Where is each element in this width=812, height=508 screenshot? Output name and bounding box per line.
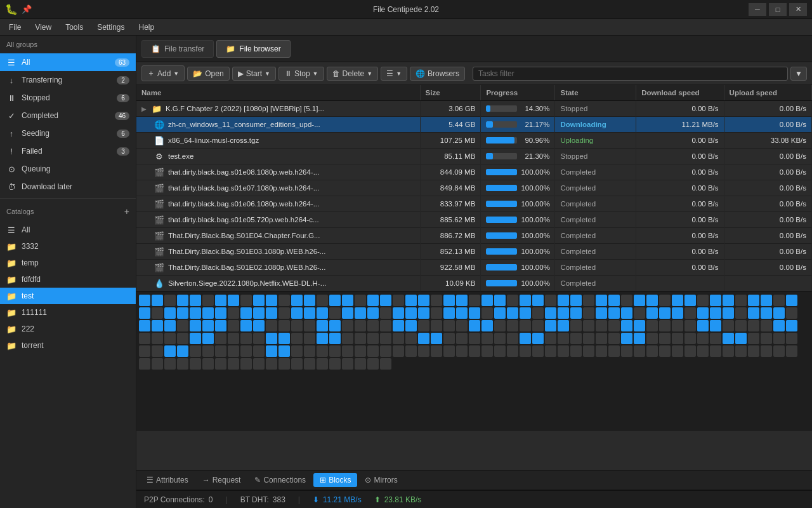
catalog-item-fdfdfd[interactable]: 📁 fdfdfd bbox=[0, 271, 136, 288]
stop-button[interactable]: ⏸ Stop ▼ bbox=[278, 67, 324, 81]
catalog-item-test[interactable]: 📁 test bbox=[0, 288, 136, 304]
close-button[interactable]: ✕ bbox=[789, 3, 807, 16]
progress-fill-8 bbox=[486, 217, 517, 223]
table-row[interactable]: 🌐 zh-cn_windows_11_consumer_editions_upd… bbox=[136, 117, 812, 133]
sidebar-item-failed[interactable]: ! Failed 3 bbox=[0, 142, 136, 160]
col-header-size[interactable]: Size bbox=[420, 85, 481, 101]
block bbox=[202, 358, 214, 370]
bottom-tab-mirrors[interactable]: ⊙ Mirrors bbox=[358, 473, 403, 487]
catalog-item-111111[interactable]: 📁 111111 bbox=[0, 304, 136, 321]
cell-state-10: Completed bbox=[555, 244, 636, 260]
block bbox=[291, 320, 303, 331]
open-button[interactable]: 📂 Open bbox=[187, 67, 229, 81]
cell-dlspeed-8: 0.00 B/s bbox=[636, 212, 724, 228]
bottom-tab-request[interactable]: → Request bbox=[196, 473, 247, 487]
maximize-button[interactable]: □ bbox=[769, 3, 787, 16]
catalog-item-222[interactable]: 📁 222 bbox=[0, 321, 136, 337]
catalog-item-temp[interactable]: 📁 temp bbox=[0, 255, 136, 271]
blocks-icon: ⊞ bbox=[320, 476, 326, 485]
block bbox=[558, 307, 569, 319]
catalog-label-temp: temp bbox=[22, 258, 39, 267]
tab-file-browser[interactable]: 📁 File browser bbox=[216, 40, 290, 58]
col-header-upload-speed[interactable]: Upload speed bbox=[724, 85, 811, 101]
block bbox=[405, 295, 417, 306]
delete-button[interactable]: 🗑 Delete ▼ bbox=[327, 67, 379, 81]
catalog-item-3332[interactable]: 📁 3332 bbox=[0, 238, 136, 255]
table-row[interactable]: 📄 x86_64-linux-musl-cross.tgz 107.25 MB … bbox=[136, 133, 812, 149]
browsers-button[interactable]: 🌐 Browsers bbox=[410, 67, 465, 81]
minimize-button[interactable]: ─ bbox=[749, 3, 766, 16]
table-row[interactable]: 🎬 that.dirty.black.bag.s01e06.1080p.web.… bbox=[136, 196, 812, 212]
menu-file[interactable]: File bbox=[3, 22, 27, 33]
block bbox=[494, 333, 506, 344]
expand-arrow[interactable]: ▶ bbox=[141, 105, 147, 112]
file-icon-3: 📄 bbox=[154, 135, 164, 145]
sidebar-item-download_later[interactable]: ⏱ Download later bbox=[0, 178, 136, 196]
block bbox=[355, 307, 366, 319]
block bbox=[545, 345, 556, 357]
col-header-download-speed[interactable]: Download speed bbox=[636, 85, 724, 101]
table-row[interactable]: 🎬 that.dirty.black.bag.s01e07.1080p.web.… bbox=[136, 180, 812, 196]
table-row[interactable]: 🎬 that.dirty.black.bag.s01e08.1080p.web.… bbox=[136, 164, 812, 180]
menu-button[interactable]: ☰ ▼ bbox=[381, 67, 407, 81]
catalog-label-3332: 3332 bbox=[22, 242, 39, 251]
bt-dht-label: BT DHT: bbox=[240, 495, 269, 504]
block bbox=[177, 320, 188, 331]
block bbox=[164, 333, 176, 344]
sidebar-item-seeding[interactable]: ↑ Seeding 6 bbox=[0, 124, 136, 142]
nav-icon-all: ☰ bbox=[6, 57, 16, 67]
menu-help[interactable]: Help bbox=[133, 22, 161, 33]
catalog-item-all[interactable]: ☰ All bbox=[0, 222, 136, 238]
block bbox=[621, 307, 632, 319]
sidebar-catalogs: ☰ All 📁 3332 📁 temp 📁 fdfdfd 📁 test 📁 11… bbox=[0, 222, 136, 354]
block bbox=[228, 345, 239, 357]
main-layout: All groups ☰ All 63 ↓ Transferring 2 ⏸ S… bbox=[0, 36, 812, 508]
table-row[interactable]: 🎬 That.Dirty.Black.Bag.S01E04.Chapter.Fo… bbox=[136, 228, 812, 244]
table-row[interactable]: ▶ 📁 K.G.F Chapter 2 (2022) [1080p] [WEBR… bbox=[136, 101, 812, 117]
sidebar-item-transferring[interactable]: ↓ Transferring 2 bbox=[0, 71, 136, 89]
col-header-progress[interactable]: Progress bbox=[481, 85, 555, 101]
table-row[interactable]: 💧 Silverton.Siege.2022.1080p.Netflix.WEB… bbox=[136, 276, 812, 291]
col-header-name[interactable]: Name bbox=[136, 85, 420, 101]
upload-speed-value: 23.81 KB/s bbox=[384, 495, 422, 504]
progress-fill-7 bbox=[486, 201, 517, 207]
menu-settings[interactable]: Settings bbox=[91, 22, 131, 33]
table-row[interactable]: 🎬 That.Dirty.Black.Bag.S01E02.1080p.WEB.… bbox=[136, 260, 812, 276]
block bbox=[304, 345, 315, 357]
menu-view[interactable]: View bbox=[29, 22, 58, 33]
block bbox=[596, 307, 607, 319]
block bbox=[735, 307, 747, 319]
block bbox=[405, 320, 417, 331]
table-row[interactable]: 🎬 that.dirty.black.bag.s01e05.720p.web.h… bbox=[136, 212, 812, 228]
sidebar-item-completed[interactable]: ✓ Completed 46 bbox=[0, 107, 136, 124]
add-catalog-button[interactable]: + bbox=[124, 206, 129, 217]
cell-state-12: Completed bbox=[555, 276, 636, 291]
table-row[interactable]: ⚙ test.exe 85.11 MB 21.30% Stopped 0.00 … bbox=[136, 149, 812, 164]
progress-fill-11 bbox=[486, 264, 517, 271]
col-header-state[interactable]: State bbox=[555, 85, 636, 101]
sidebar-item-stopped[interactable]: ⏸ Stopped 6 bbox=[0, 89, 136, 107]
sidebar-item-queuing[interactable]: ⊙ Queuing bbox=[0, 160, 136, 178]
tab-file-transfer[interactable]: 📋 File transfer bbox=[141, 40, 214, 58]
block bbox=[583, 345, 594, 357]
block bbox=[786, 320, 797, 331]
menu-tools[interactable]: Tools bbox=[59, 22, 89, 33]
block bbox=[291, 358, 303, 370]
progress-fill-4 bbox=[486, 153, 492, 159]
catalog-icon-torrent: 📁 bbox=[6, 340, 16, 351]
start-button[interactable]: ▶ Start ▼ bbox=[232, 67, 276, 81]
menu-down-icon: ▼ bbox=[396, 70, 402, 77]
add-button[interactable]: ＋ Add ▼ bbox=[141, 65, 185, 81]
bottom-tab-attributes[interactable]: ☰ Attributes bbox=[140, 473, 195, 487]
sidebar-item-all[interactable]: ☰ All 63 bbox=[0, 53, 136, 71]
catalog-label-torrent: torrent bbox=[22, 341, 44, 350]
table-row[interactable]: 🎬 That.Dirty.Black.Bag.S01E03.1080p.WEB.… bbox=[136, 244, 812, 260]
tasks-filter-input[interactable] bbox=[473, 67, 788, 81]
bottom-tab-blocks[interactable]: ⊞ Blocks bbox=[313, 473, 357, 487]
catalog-item-torrent[interactable]: 📁 torrent bbox=[0, 337, 136, 354]
block bbox=[520, 295, 531, 306]
filter-dropdown-button[interactable]: ▼ bbox=[790, 67, 807, 81]
block bbox=[152, 345, 163, 357]
bottom-tab-connections[interactable]: ✎ Connections bbox=[248, 473, 312, 487]
cell-ulspeed-2: 0.00 B/s bbox=[724, 117, 811, 133]
